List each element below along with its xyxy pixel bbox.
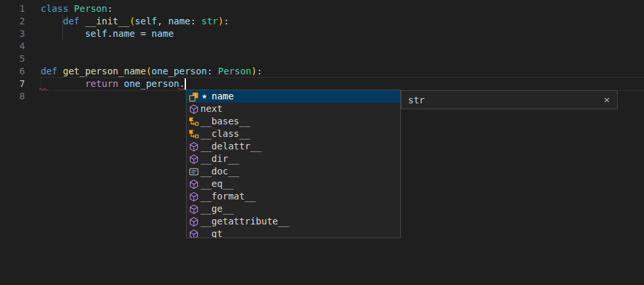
code-token: class	[41, 3, 68, 14]
line-number-5: 5	[0, 53, 25, 65]
code-token	[41, 16, 63, 26]
line-number-3: 3	[0, 28, 25, 40]
suggestion-dir[interactable]: __dir__	[187, 153, 400, 165]
suggestion-ge[interactable]: __ge__	[187, 203, 400, 215]
code-line-4[interactable]	[41, 40, 262, 53]
suggestion-label: __ge__	[200, 203, 234, 215]
line-number-6: 6	[0, 65, 25, 78]
symbol-method-icon	[189, 154, 199, 165]
suggestion-getattribute[interactable]: __getattribute__	[187, 215, 400, 228]
suggestion-gt[interactable]: __gt__	[187, 228, 400, 238]
code-token: =	[135, 28, 151, 39]
code-token: return	[85, 78, 118, 89]
code-token: str	[201, 16, 218, 26]
code-token: self	[135, 16, 157, 26]
code-token: .	[107, 28, 112, 39]
suggestion-class[interactable]: __class__	[187, 128, 400, 140]
code-token: :	[107, 3, 112, 14]
suggestion-format[interactable]: __format__	[187, 190, 400, 203]
line-number-1: 1	[0, 3, 25, 15]
symbol-method-icon	[189, 104, 199, 115]
code-token: :	[207, 66, 218, 76]
error-squiggle	[39, 88, 48, 90]
code-token: name	[113, 28, 135, 39]
symbol-method-icon	[189, 179, 199, 190]
code-token	[68, 3, 74, 14]
code-line-5[interactable]	[41, 53, 262, 65]
suggestion-delattr[interactable]: __delattr__	[187, 140, 400, 153]
code-token: )	[218, 16, 223, 26]
code-area[interactable]: class Person: def __init__(self, name: s…	[41, 3, 262, 103]
symbol-method-icon	[189, 229, 199, 239]
code-token: Person	[74, 3, 108, 14]
suggestion-doc[interactable]: __doc__	[187, 165, 400, 178]
code-token	[41, 28, 85, 39]
suggestion-label: __eq__	[200, 178, 234, 190]
code-editor: 12345678 class Person: def __init__(self…	[0, 0, 644, 285]
suggestion-name[interactable]: ★name	[187, 90, 400, 103]
symbol-method-icon	[189, 192, 199, 202]
symbol-string-icon	[189, 167, 199, 177]
suggest-detail-panel: str ×	[401, 90, 618, 109]
autocomplete-dropdown: ★name next __bases__ __class__ __delattr…	[186, 90, 401, 238]
code-token	[57, 66, 62, 76]
symbol-method-icon	[189, 217, 199, 227]
symbol-field-icon	[189, 91, 199, 102]
suggestion-type-text: str	[408, 95, 425, 105]
line-number-7: 7	[0, 78, 25, 90]
code-token: (	[146, 66, 151, 76]
text-cursor	[185, 78, 186, 90]
star-icon: ★	[201, 93, 208, 100]
suggestion-bases[interactable]: __bases__	[187, 115, 400, 128]
code-token: :	[191, 16, 202, 26]
suggestion-label: next	[200, 103, 223, 115]
line-number-2: 2	[0, 15, 25, 28]
suggestion-label: __format__	[200, 190, 256, 203]
code-line-7[interactable]: return one_person.	[41, 78, 262, 90]
suggestion-label: __bases__	[200, 115, 250, 128]
code-line-1[interactable]: class Person:	[41, 3, 262, 15]
code-token: self	[85, 28, 107, 39]
close-icon[interactable]: ×	[603, 95, 610, 105]
code-token: ,	[157, 16, 168, 26]
line-number-4: 4	[0, 40, 25, 53]
code-token: get_person_name	[63, 66, 146, 76]
suggestion-next[interactable]: next	[187, 103, 400, 115]
suggestion-label: __getattribute__	[200, 215, 289, 228]
suggestion-label: name	[212, 90, 234, 103]
code-token: def	[63, 16, 80, 26]
symbol-class-icon	[189, 117, 199, 127]
suggestion-eq[interactable]: __eq__	[187, 178, 400, 190]
suggestion-label: __dir__	[200, 153, 239, 165]
code-token: one_person	[124, 78, 179, 89]
suggestion-label: __gt__	[200, 228, 234, 238]
symbol-method-icon	[189, 204, 199, 215]
suggestion-label: __delattr__	[200, 140, 262, 153]
code-line-3[interactable]: self.name = name	[41, 28, 262, 40]
code-token: name	[168, 16, 191, 26]
symbol-method-icon	[189, 142, 199, 152]
code-token: )	[251, 66, 256, 76]
editor-gutter: 12345678	[0, 3, 25, 103]
code-line-6[interactable]: def get_person_name(one_person: Person):	[41, 65, 262, 78]
code-token: Person	[218, 66, 252, 76]
code-token: one_person	[152, 66, 207, 76]
code-token: __init__	[85, 16, 129, 26]
suggestion-label: __doc__	[200, 165, 239, 178]
code-line-2[interactable]: def __init__(self, name: str):	[41, 15, 262, 28]
line-number-8: 8	[0, 90, 25, 103]
code-token: :	[223, 16, 229, 26]
suggestion-label: __class__	[200, 128, 250, 140]
code-token: def	[41, 66, 57, 76]
symbol-class-icon	[189, 129, 199, 140]
code-token: :	[257, 66, 262, 76]
code-token: name	[152, 28, 174, 39]
